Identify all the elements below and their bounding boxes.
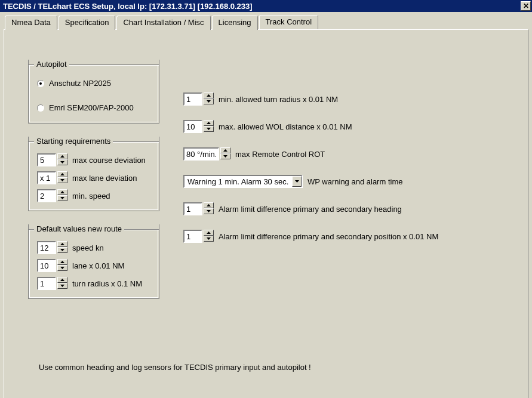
svg-marker-10 bbox=[60, 279, 64, 281]
spinner-up-button[interactable] bbox=[57, 171, 67, 177]
lane-label: lane x 0.01 NM bbox=[72, 261, 124, 270]
min-turn-radius-spinner[interactable] bbox=[183, 92, 214, 106]
spinner-down-button[interactable] bbox=[57, 265, 67, 271]
tab-nmea-data[interactable]: Nmea Data bbox=[5, 16, 57, 30]
min-speed-input[interactable] bbox=[37, 189, 56, 202]
svg-marker-15 bbox=[207, 128, 211, 130]
svg-marker-8 bbox=[60, 261, 64, 263]
svg-marker-2 bbox=[60, 173, 64, 175]
radio-label: Emri SEM200/FAP-2000 bbox=[49, 103, 134, 112]
max-course-deviation-input[interactable] bbox=[37, 153, 56, 166]
tab-track-control[interactable]: Track Control bbox=[259, 15, 319, 29]
spinner-up-button[interactable] bbox=[57, 241, 67, 247]
radio-anschutz[interactable]: Anschutz NP2025 bbox=[37, 76, 150, 90]
alarm-position-label: Alarm limit difference primary and secon… bbox=[219, 232, 438, 241]
tab-licensing[interactable]: Licensing bbox=[212, 16, 258, 30]
radio-icon bbox=[37, 104, 44, 112]
close-button[interactable]: ✕ bbox=[521, 1, 531, 11]
spinner-up-button[interactable] bbox=[204, 92, 214, 98]
svg-marker-7 bbox=[60, 249, 64, 251]
min-turn-radius-input[interactable] bbox=[183, 92, 202, 106]
svg-marker-17 bbox=[223, 155, 227, 158]
wp-warning-value: Warning 1 min. Alarm 30 sec. bbox=[184, 176, 292, 187]
spinner-down-button[interactable] bbox=[57, 283, 67, 289]
wp-warning-label: WP warning and alarm time bbox=[307, 177, 402, 186]
spinner-up-button[interactable] bbox=[220, 147, 230, 153]
svg-marker-20 bbox=[207, 210, 211, 212]
max-wol-label: max. allowed WOL distance x 0.01 NM bbox=[219, 122, 352, 131]
spinner-down-button[interactable] bbox=[220, 153, 230, 159]
turn-radius-spinner[interactable] bbox=[37, 277, 67, 290]
svg-marker-16 bbox=[223, 149, 227, 152]
svg-marker-21 bbox=[207, 232, 211, 234]
max-lane-deviation-input[interactable] bbox=[37, 171, 56, 184]
max-lane-deviation-label: max lane deviation bbox=[72, 174, 137, 183]
window-title: TECDIS / TELchart ECS Setup, local Ip: [… bbox=[3, 2, 253, 11]
min-speed-spinner[interactable] bbox=[37, 189, 67, 202]
radio-label: Anschutz NP2025 bbox=[49, 79, 111, 88]
max-rot-input[interactable] bbox=[183, 147, 219, 161]
spinner-down-button[interactable] bbox=[204, 98, 214, 104]
tab-specification[interactable]: Specification bbox=[59, 16, 116, 30]
svg-marker-13 bbox=[207, 100, 211, 103]
spinner-down-button[interactable] bbox=[57, 177, 67, 183]
spinner-down-button[interactable] bbox=[204, 126, 214, 132]
svg-marker-0 bbox=[60, 155, 64, 158]
svg-marker-11 bbox=[60, 285, 64, 287]
default-values-group: Default values new route speed kn bbox=[28, 224, 159, 299]
footer-note: Use common heading and log sensors for T… bbox=[39, 363, 311, 372]
max-wol-spinner[interactable] bbox=[183, 120, 214, 133]
svg-marker-1 bbox=[60, 161, 64, 163]
speed-input[interactable] bbox=[37, 241, 56, 254]
max-lane-deviation-spinner[interactable] bbox=[37, 171, 67, 184]
spinner-up-button[interactable] bbox=[204, 230, 214, 236]
svg-marker-3 bbox=[60, 179, 64, 181]
titlebar: TECDIS / TELchart ECS Setup, local Ip: [… bbox=[0, 0, 532, 12]
max-course-deviation-spinner[interactable] bbox=[37, 153, 67, 166]
autopilot-group: Autopilot Anschutz NP2025 Emri SEM200/FA… bbox=[28, 60, 159, 124]
spinner-up-button[interactable] bbox=[57, 189, 67, 195]
spinner-up-button[interactable] bbox=[57, 277, 67, 283]
max-rot-label: max Remote Control ROT bbox=[235, 150, 325, 159]
spinner-up-button[interactable] bbox=[57, 259, 67, 265]
lane-input[interactable] bbox=[37, 259, 56, 272]
max-course-deviation-label: max course deviation bbox=[72, 156, 146, 165]
autopilot-group-title: Autopilot bbox=[34, 60, 69, 69]
radio-icon bbox=[37, 80, 44, 87]
spinner-up-button[interactable] bbox=[204, 202, 214, 208]
speed-label: speed kn bbox=[72, 243, 104, 252]
spinner-up-button[interactable] bbox=[57, 153, 67, 159]
tab-chart-installation[interactable]: Chart Installation / Misc bbox=[116, 16, 210, 30]
svg-marker-19 bbox=[207, 204, 211, 206]
svg-marker-12 bbox=[207, 94, 211, 97]
tab-panel: Autopilot Anschutz NP2025 Emri SEM200/FA… bbox=[4, 29, 528, 398]
spinner-down-button[interactable] bbox=[57, 159, 67, 165]
spinner-down-button[interactable] bbox=[204, 236, 214, 242]
svg-marker-6 bbox=[60, 243, 64, 245]
min-speed-label: min. speed bbox=[72, 192, 110, 200]
close-icon: ✕ bbox=[523, 2, 529, 10]
svg-marker-18 bbox=[295, 180, 299, 183]
spinner-down-button[interactable] bbox=[57, 195, 67, 201]
wp-warning-dropdown[interactable]: Warning 1 min. Alarm 30 sec. bbox=[183, 175, 303, 188]
max-rot-spinner[interactable] bbox=[183, 147, 230, 161]
max-wol-input[interactable] bbox=[183, 120, 202, 133]
dropdown-button[interactable] bbox=[292, 176, 302, 187]
svg-marker-14 bbox=[207, 122, 211, 124]
turn-radius-input[interactable] bbox=[37, 277, 56, 290]
spinner-up-button[interactable] bbox=[204, 120, 214, 126]
spinner-down-button[interactable] bbox=[204, 208, 214, 214]
alarm-heading-input[interactable] bbox=[183, 202, 202, 215]
alarm-position-spinner[interactable] bbox=[183, 230, 214, 243]
radio-emri[interactable]: Emri SEM200/FAP-2000 bbox=[37, 101, 150, 115]
lane-spinner[interactable] bbox=[37, 259, 67, 272]
alarm-heading-label: Alarm limit difference primary and secon… bbox=[219, 205, 402, 214]
speed-spinner[interactable] bbox=[37, 241, 67, 254]
svg-marker-9 bbox=[60, 267, 64, 269]
spinner-down-button[interactable] bbox=[57, 247, 67, 253]
turn-radius-label: turn radius x 0.1 NM bbox=[72, 279, 142, 288]
svg-marker-22 bbox=[207, 237, 211, 240]
alarm-position-input[interactable] bbox=[183, 230, 202, 243]
alarm-heading-spinner[interactable] bbox=[183, 202, 214, 215]
chevron-down-icon bbox=[295, 180, 299, 183]
